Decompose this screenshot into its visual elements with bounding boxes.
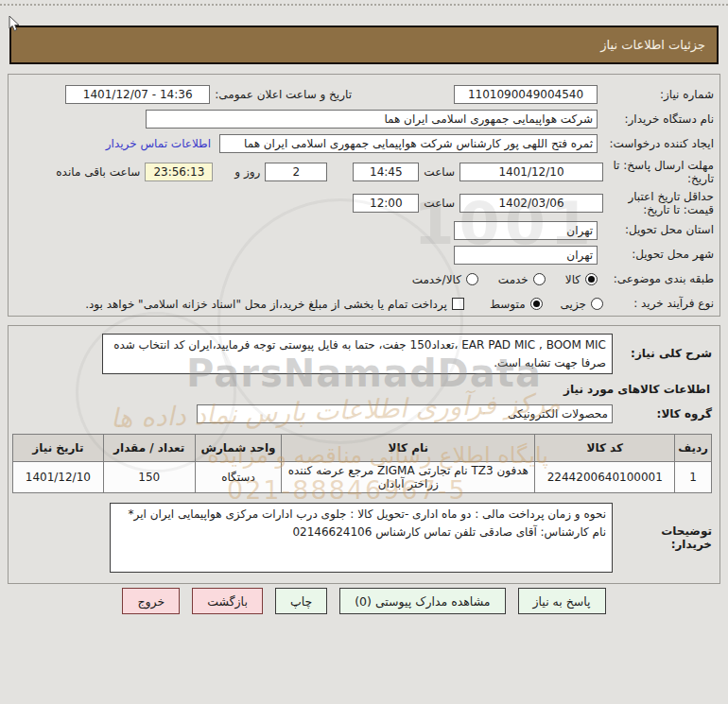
page-title: جزئیات اطلاعات نیاز xyxy=(600,38,705,52)
buyer-contact-link[interactable]: اطلاعات تماس خریدار xyxy=(106,137,211,150)
purchase-process-label: نوع فرآیند خرید : xyxy=(608,297,714,310)
table-row: 1 2244200640100001 هدفون TZ3 نام تجارتی … xyxy=(13,462,712,493)
cell-goods-code: 2244200640100001 xyxy=(535,462,675,493)
city-row: شهر محل تحویل: تهران xyxy=(14,246,714,265)
need-info-panel: شماره نیاز: 1101090049004540 تاریخ و ساع… xyxy=(8,74,720,317)
classification-row: طبقه بندی موضوعی: کالا خدمت کالا/خدمت xyxy=(14,270,714,289)
need-number-row: شماره نیاز: 1101090049004540 تاریخ و ساع… xyxy=(14,85,714,104)
radio-goods[interactable] xyxy=(585,273,598,285)
radio-goods-label: کالا xyxy=(565,273,581,286)
buyer-notes-line1: نحوه و زمان پرداخت مالی : دو ماه اداری -… xyxy=(116,506,606,524)
col-row-number: ردیف xyxy=(675,435,712,462)
buyer-notes-line2: نام کارشناس: آقای صادقی تلفن تماس کارشنا… xyxy=(116,524,606,541)
goods-table-header-row: ردیف کد کالا نام کالا واحد شمارش تعداد /… xyxy=(13,435,712,462)
col-quantity: تعداد / مقدار xyxy=(103,435,195,462)
radio-service[interactable] xyxy=(533,273,546,285)
radio-medium-label: متوسط xyxy=(490,298,526,311)
validity-hour-label: ساعت xyxy=(424,197,455,210)
need-description-label: شرح کلی نیاز: xyxy=(617,347,712,360)
radio-goods-service-label: کالا/خدمت xyxy=(412,273,461,286)
city-label: شهر محل تحویل: xyxy=(602,248,714,261)
need-description-box: EAR PAD MIC , BOOM MIC ،تعداد150 جفت، حت… xyxy=(102,334,613,374)
buyer-notes-label: توضیحات خریدار: xyxy=(617,524,712,551)
classification-label: طبقه بندی موضوعی: xyxy=(602,272,714,285)
cell-count-unit: دستگاه xyxy=(195,462,281,493)
validity-row: حداقل تاریخ اعتبار قیمت: تا تاریخ: 1402/… xyxy=(14,190,714,217)
deadline-hour-label: ساعت xyxy=(424,165,455,179)
print-button[interactable]: چاپ xyxy=(275,588,327,614)
col-goods-code: کد کالا xyxy=(535,435,675,462)
province-field: تهران xyxy=(454,221,598,240)
hours-remaining-label: ساعت باقی مانده xyxy=(56,165,140,179)
action-buttons-row: پاسخ به نیاز مشاهده مدارک پیوستی (0) چاپ… xyxy=(0,588,728,614)
cell-quantity: 150 xyxy=(103,462,195,493)
goods-group-row: گروه کالا: محصولات الکترونیکی xyxy=(16,404,712,423)
buyer-notes-row: توضیحات خریدار: نحوه و زمان پرداخت مالی … xyxy=(16,503,712,573)
buyer-notes-box: نحوه و زمان پرداخت مالی : دو ماه اداری -… xyxy=(110,503,613,573)
cell-need-date: 1401/12/10 xyxy=(13,462,104,493)
buyer-org-row: نام دستگاه خریدار: شرکت هواپیمایی جمهوری… xyxy=(14,110,714,129)
province-row: استان محل تحویل: تهران xyxy=(14,221,714,240)
city-field: تهران xyxy=(454,246,598,265)
countdown-field: 23:56:13 xyxy=(145,163,213,181)
deadline-label: مهلت ارسال پاسخ: تا تاریخ: xyxy=(608,159,714,186)
deadline-date-field: 1401/12/10 xyxy=(459,163,603,181)
need-number-label: شماره نیاز: xyxy=(602,88,714,101)
need-number-field: 1101090049004540 xyxy=(454,85,598,104)
announce-datetime-field: 1401/12/07 - 14:36 xyxy=(65,85,210,104)
radio-partial-label: جزیی xyxy=(561,298,586,311)
radio-partial[interactable] xyxy=(591,298,603,310)
respond-button[interactable]: پاسخ به نیاز xyxy=(518,588,606,614)
announce-datetime-label: تاریخ و ساعت اعلان عمومی: xyxy=(215,88,352,101)
goods-group-label: گروه کالا: xyxy=(617,407,712,421)
treasury-checkbox-label: پرداخت تمام یا بخشی از مبلغ خرید،از محل … xyxy=(85,298,447,311)
buyer-org-field: شرکت هواپیمایی جمهوری اسلامی ایران هما xyxy=(146,110,598,129)
cell-goods-name: هدفون TZ3 نام تجارتی ZIGMA مرجع عرضه کنن… xyxy=(282,462,535,493)
purchase-process-row: نوع فرآیند خرید : جزیی متوسط پرداخت تمام… xyxy=(14,295,714,314)
creator-row: ایجاد کننده درخواست: ثمره فتح اللهی پور … xyxy=(14,134,714,153)
buyer-org-label: نام دستگاه خریدار: xyxy=(602,112,714,126)
days-remaining-field: 2 xyxy=(265,163,327,181)
creator-label: ایجاد کننده درخواست: xyxy=(602,137,714,150)
radio-medium[interactable] xyxy=(530,298,543,310)
creator-field: ثمره فتح اللهی پور کارشناس شرکت هواپیمای… xyxy=(219,134,598,153)
days-and-label: روز و xyxy=(234,165,260,179)
validity-date-field: 1402/03/06 xyxy=(459,194,603,213)
back-button[interactable]: بازگشت xyxy=(192,588,263,614)
need-description-row: شرح کلی نیاز: EAR PAD MIC , BOOM MIC ،تع… xyxy=(16,334,712,374)
validity-label: حداقل تاریخ اعتبار قیمت: تا تاریخ: xyxy=(608,190,714,217)
need-details-page: { "titlebar": { "text": "جزئیات اطلاعات … xyxy=(0,0,728,704)
exit-button[interactable]: خروج xyxy=(122,588,180,614)
radio-goods-service[interactable] xyxy=(466,273,478,285)
province-label: استان محل تحویل: xyxy=(602,223,714,236)
goods-table: ردیف کد کالا نام کالا واحد شمارش تعداد /… xyxy=(12,434,712,493)
cell-row-number: 1 xyxy=(675,462,712,493)
goods-group-field: محصولات الکترونیکی xyxy=(197,404,613,423)
mouse-cursor-icon xyxy=(9,16,22,33)
col-goods-name: نام کالا xyxy=(282,435,535,462)
validity-time-field: 12:00 xyxy=(353,194,419,213)
page-title-bar: جزئیات اطلاعات نیاز xyxy=(9,26,719,64)
deadline-row: مهلت ارسال پاسخ: تا تاریخ: 1401/12/10 سا… xyxy=(14,159,714,186)
goods-info-title: اطلاعات کالاهای مورد نیاز xyxy=(16,383,710,396)
col-count-unit: واحد شمارش xyxy=(195,435,281,462)
col-need-date: تاریخ نیاز xyxy=(13,435,104,462)
treasury-checkbox[interactable] xyxy=(452,298,464,310)
view-attachments-button[interactable]: مشاهده مدارک پیوستی (0) xyxy=(339,588,505,614)
deadline-time-field: 14:45 xyxy=(353,163,419,181)
radio-service-label: خدمت xyxy=(498,273,529,286)
top-divider xyxy=(0,4,728,6)
goods-info-panel: شرح کلی نیاز: EAR PAD MIC , BOOM MIC ،تع… xyxy=(8,325,720,584)
